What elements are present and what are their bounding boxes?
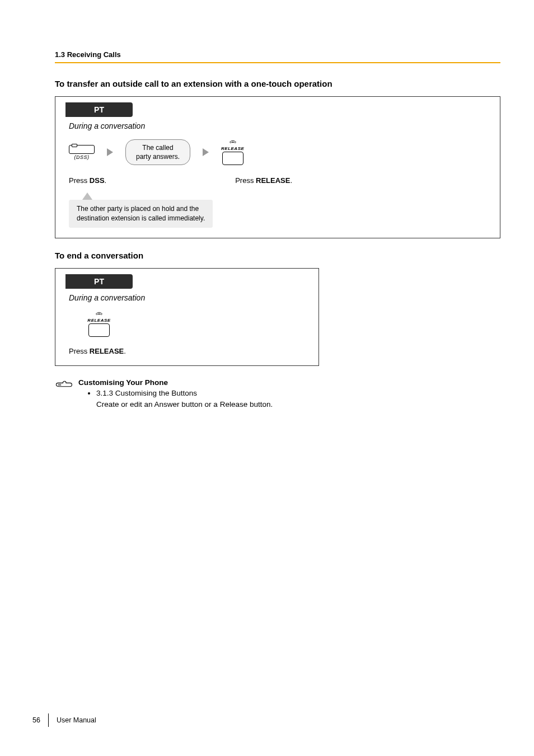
panel-transfer: PT During a conversation (DSS) The calle… xyxy=(55,96,500,238)
called-line2: party answers. xyxy=(136,153,180,161)
pt-tab: PT xyxy=(65,274,133,289)
handset-icon xyxy=(229,139,237,145)
release-label: RELEASE xyxy=(221,146,244,151)
flow-row: (DSS) The called party answers. RELEASE xyxy=(69,139,490,165)
heading-end: To end a conversation xyxy=(55,251,500,260)
caption-row: Press DSS. Press RELEASE. xyxy=(69,176,490,185)
footer-separator xyxy=(48,713,49,727)
called-line1: The called xyxy=(142,144,173,152)
panel-end: PT During a conversation RELEASE Press R… xyxy=(55,268,319,366)
release-button-shape xyxy=(88,323,110,337)
release-button-illustration: RELEASE xyxy=(221,139,244,165)
heading-transfer: To transfer an outside call to an extens… xyxy=(55,79,500,88)
pt-tab: PT xyxy=(65,102,133,117)
customising-desc: Create or edit an Answer button or a Rel… xyxy=(96,399,273,410)
customising-title: Customising Your Phone xyxy=(78,378,273,387)
context-text: During a conversation xyxy=(69,293,308,302)
release-label: RELEASE xyxy=(87,318,110,323)
divider xyxy=(55,62,500,63)
context-text: During a conversation xyxy=(69,121,490,130)
release-button-illustration: RELEASE xyxy=(88,311,110,337)
release-button-shape xyxy=(222,152,243,165)
footer-label: User Manual xyxy=(57,716,96,724)
called-party-box: The called party answers. xyxy=(125,139,190,165)
arrow-icon xyxy=(203,148,209,156)
customising-item: 3.1.3 Customising the Buttons xyxy=(96,388,273,399)
pointing-hand-icon xyxy=(55,379,73,390)
callout-pointer-icon xyxy=(82,192,92,200)
dss-label: (DSS) xyxy=(69,154,95,160)
press-release-caption: Press RELEASE. xyxy=(69,347,308,355)
page-number: 56 xyxy=(32,716,40,724)
dss-button-illustration: (DSS) xyxy=(69,145,95,160)
press-dss-caption: Press DSS. xyxy=(69,176,106,185)
arrow-icon xyxy=(107,148,113,156)
press-release-caption: Press RELEASE. xyxy=(235,176,292,185)
customising-section: Customising Your Phone 3.1.3 Customising… xyxy=(55,378,500,411)
callout-box: The other party is placed on hold and th… xyxy=(69,200,213,228)
handset-icon xyxy=(95,311,103,317)
callout: The other party is placed on hold and th… xyxy=(69,192,213,228)
section-header: 1.3 Receiving Calls xyxy=(55,50,500,62)
footer: 56 User Manual xyxy=(32,713,96,727)
